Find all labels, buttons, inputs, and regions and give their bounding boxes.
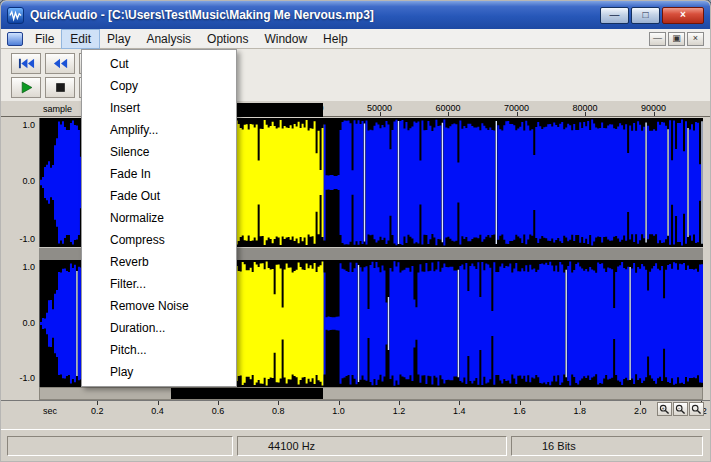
- menu-item-remove-noise[interactable]: Remove Noise: [82, 295, 236, 317]
- tick-mark: [459, 401, 460, 405]
- menu-item-normalize[interactable]: Normalize: [82, 207, 236, 229]
- menu-item-insert[interactable]: Insert: [82, 97, 236, 119]
- tick-mark: [97, 401, 98, 405]
- document-icon[interactable]: [7, 32, 23, 46]
- menu-item-amplify[interactable]: Amplify...: [82, 119, 236, 141]
- maximize-button[interactable]: □: [631, 7, 660, 24]
- tick-mark: [278, 401, 279, 405]
- tick-mark: [448, 112, 449, 116]
- zoom-in-icon: +: [659, 404, 670, 415]
- status-panel-general: [7, 436, 233, 456]
- menu-item-cut[interactable]: Cut: [82, 53, 236, 75]
- svg-text:−: −: [678, 405, 681, 410]
- mdi-restore-button[interactable]: ▣: [668, 32, 685, 46]
- tick-label: 0.4: [151, 406, 164, 416]
- axis-label-channel1-1-0: -1.0: [3, 234, 35, 244]
- title-bar: QuickAudio - [C:\Users\Test\Music\Making…: [1, 1, 710, 29]
- seconds-ruler[interactable]: sec 0.20.40.60.81.01.21.41.61.82.02.2: [1, 400, 711, 418]
- menu-help[interactable]: Help: [315, 30, 356, 48]
- menu-item-fade-in[interactable]: Fade In: [82, 163, 236, 185]
- tick-mark: [580, 401, 581, 405]
- menu-file[interactable]: File: [27, 30, 62, 48]
- close-button[interactable]: ×: [662, 7, 704, 24]
- tick-mark: [585, 112, 586, 116]
- tick-mark: [517, 112, 518, 116]
- sample-ruler-label: sample: [43, 104, 72, 114]
- zoom-in-button[interactable]: +: [657, 402, 672, 416]
- menu-edit[interactable]: Edit: [62, 30, 99, 48]
- window-title: QuickAudio - [C:\Users\Test\Music\Making…: [30, 8, 600, 22]
- tick-mark: [654, 112, 655, 116]
- tick-label: 2.0: [634, 406, 647, 416]
- tick-label: 1.0: [332, 406, 345, 416]
- rewind-icon: [52, 57, 69, 70]
- zoom-selection-icon: [691, 404, 702, 415]
- tick-label: 0.6: [212, 406, 225, 416]
- menu-item-reverb[interactable]: Reverb: [82, 251, 236, 273]
- status-panel-bitdepth: 16 Bits: [511, 436, 703, 456]
- overview-strip[interactable]: [39, 387, 703, 400]
- tick-label: 1.6: [513, 406, 526, 416]
- svg-text:+: +: [662, 405, 665, 410]
- skip-start-icon: [18, 57, 35, 70]
- menu-item-compress[interactable]: Compress: [82, 229, 236, 251]
- axis-label-channel2-0-0: 0.0: [3, 318, 35, 328]
- minimize-button[interactable]: —: [600, 7, 629, 24]
- axis-label-channel2-1-0: 1.0: [3, 262, 35, 272]
- status-panel-samplerate: 44100 Hz: [237, 436, 507, 456]
- zoom-controls: +−: [657, 402, 704, 416]
- tick-label: 0.8: [272, 406, 285, 416]
- mdi-window-controls: —▣×: [649, 32, 706, 46]
- status-bar: 44100 Hz 16 Bits: [1, 429, 710, 461]
- mdi-close-button[interactable]: ×: [687, 32, 704, 46]
- app-window: QuickAudio - [C:\Users\Test\Music\Making…: [0, 0, 711, 462]
- tick-mark: [218, 401, 219, 405]
- tick-label: 1.8: [574, 406, 587, 416]
- play-button[interactable]: [11, 77, 41, 98]
- axis-label-channel1-1-0: 1.0: [3, 120, 35, 130]
- zoom-out-button[interactable]: −: [673, 402, 688, 416]
- edit-menu: CutCopyInsertAmplify...SilenceFade InFad…: [81, 49, 237, 387]
- menu-window[interactable]: Window: [256, 30, 315, 48]
- skip-start-button[interactable]: [11, 53, 41, 74]
- menu-item-silence[interactable]: Silence: [82, 141, 236, 163]
- tick-mark: [520, 401, 521, 405]
- rewind-button[interactable]: [45, 53, 75, 74]
- menu-bar: FileEditPlayAnalysisOptionsWindowHelp —▣…: [1, 29, 710, 49]
- selection-marker-bottom: [171, 388, 323, 399]
- stop-icon: [52, 81, 69, 94]
- menu-item-fade-out[interactable]: Fade Out: [82, 185, 236, 207]
- tick-label: 1.2: [393, 406, 406, 416]
- zoom-selection-button[interactable]: [689, 402, 704, 416]
- menu-item-copy[interactable]: Copy: [82, 75, 236, 97]
- menu-options[interactable]: Options: [199, 30, 256, 48]
- tick-mark: [339, 401, 340, 405]
- zoom-out-icon: −: [675, 404, 686, 415]
- axis-label-channel1-0-0: 0.0: [3, 176, 35, 186]
- tick-mark: [158, 401, 159, 405]
- menu-play[interactable]: Play: [99, 30, 138, 48]
- mdi-minimize-button[interactable]: —: [649, 32, 666, 46]
- stop-button[interactable]: [45, 77, 75, 98]
- menubar-items: FileEditPlayAnalysisOptionsWindowHelp: [27, 30, 356, 48]
- menu-analysis[interactable]: Analysis: [138, 30, 199, 48]
- window-controls: — □ ×: [600, 7, 704, 24]
- menu-item-play[interactable]: Play: [82, 361, 236, 383]
- sec-ruler-label: sec: [43, 406, 57, 416]
- axis-label-channel2-1-0: -1.0: [3, 373, 35, 383]
- tick-label: 1.4: [453, 406, 466, 416]
- tick-mark: [399, 401, 400, 405]
- tick-mark: [640, 401, 641, 405]
- tick-mark: [380, 112, 381, 116]
- play-icon: [18, 81, 35, 94]
- menu-item-duration[interactable]: Duration...: [82, 317, 236, 339]
- tick-label: 0.2: [91, 406, 104, 416]
- app-icon: [7, 7, 24, 24]
- menu-item-pitch[interactable]: Pitch...: [82, 339, 236, 361]
- menu-item-filter[interactable]: Filter...: [82, 273, 236, 295]
